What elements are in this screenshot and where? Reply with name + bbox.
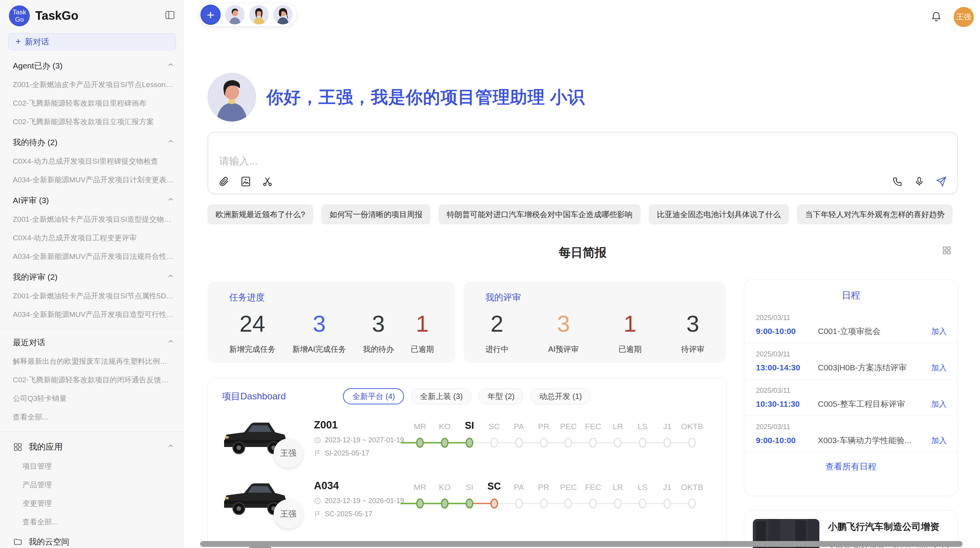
chevron-up-icon[interactable] [167,338,175,348]
suggestion-chip[interactable]: 欧洲新规最近颁布了什么? [207,204,313,224]
project-date-range: 2023-12-19 ~ 2026-01-19 [325,497,404,505]
list-item[interactable]: A034-全新新能源MUV产品开发项目造型可行性评审 [0,310,183,320]
scissors-icon[interactable] [262,176,273,187]
task-progress-card: 任务进度 24 新增完成任务 3 新增AI完成任务 3 我的待办 [207,281,456,363]
list-item[interactable]: C0X4-动力总成开发项目SI里程碑提交物检查 [0,156,183,166]
tab-new-body[interactable]: 全新上装 (3) [411,388,471,404]
app-window: Task Go TaskGo + 新对话 Agent已办 (3) Z001-全新… [0,0,980,548]
stat-label: 已逾期 [411,344,434,354]
milestone-label: FEC [581,483,605,492]
chevron-up-icon[interactable] [167,442,175,452]
suggestion-chips: 欧洲新规最近颁布了什么? 如何写一份清晰的项目周报 特朗普可能对进口汽车增税会对… [207,204,958,224]
schedule-time: 13:00-14:30 [756,363,818,372]
join-link[interactable]: 加入 [931,326,947,337]
join-link[interactable]: 加入 [931,435,947,446]
view-all-schedule-link[interactable]: 查看所有日程 [744,461,958,473]
milestone-label: OKTB [680,483,704,492]
list-item[interactable]: C02-飞腾新能源轻客改款项目立项汇报方案 [0,117,183,127]
stat: 3 我的待办 [363,310,394,354]
list-item[interactable]: C02-飞腾新能源轻客改款项目的闭环通告反馈情况 [0,375,183,385]
stat: 1 已逾期 [411,310,434,354]
chevron-up-icon[interactable] [167,61,175,71]
stat-value: 3 [681,310,704,337]
section-agent-done[interactable]: Agent已办 (3) [0,60,183,71]
attachment-icon[interactable] [218,176,230,187]
tab-model-year[interactable]: 年型 (2) [478,388,523,404]
schedule-item: 2025/03/11 10:30-11:30 C005-整车工程目标评审 加入 [744,380,958,416]
schedule-item: 2025/03/11 13:00-14:30 C003|H0B-方案冻结评审 加… [744,343,958,380]
layout-grid-icon[interactable] [942,245,952,257]
view-all-link[interactable]: 查看全部... [0,517,183,527]
sidebar-item-project-mgmt[interactable]: 项目管理 [0,461,183,471]
dashboard-tabs: 全新平台 (4) 全新上装 (3) 年型 (2) 动总开发 (1) [343,388,591,404]
project-info: Z001 2023-12-19 ~ 2027-01-19 SI-2025-05-… [314,418,408,457]
new-chat-button[interactable]: + 新对话 [8,33,176,50]
sidebar-item-cloud-space[interactable]: 我的云空间 [0,536,183,547]
sidebar-item-my-apps[interactable]: 我的应用 [0,441,183,453]
member-avatar[interactable] [273,5,293,24]
milestone-label: SC [482,422,507,431]
milestone-label: FEC [581,422,605,431]
project-row[interactable]: 王强 Z001 2023-12-19 ~ 2027-01-19 SI-2025-… [208,418,726,478]
project-row[interactable]: 王强 A034 2023-12-19 ~ 2026-01-19 SC-2025-… [208,478,726,539]
list-item[interactable]: Z001-全新燃油轻卡产品开发项目SI造型提交物评审 [0,214,183,224]
logo-text-top: Task [13,9,26,16]
suggestion-chip[interactable]: 如何写一份清晰的项目周报 [321,204,430,224]
list-item[interactable]: 公司Q3轻卡销量 [0,394,183,404]
list-item[interactable]: A034-全新新能源MUV产品开发项目法规符合性评审 [0,252,183,262]
milestone-label: LR [605,483,630,492]
sidebar-item-change-mgmt[interactable]: 变更管理 [0,498,183,509]
list-item[interactable]: 解释最新出台的欧盟报废车法规再生塑料比例被调至15%... [0,356,183,366]
milestone-dot [663,438,671,448]
horizontal-scrollbar[interactable] [200,541,963,547]
milestone-dot [589,498,597,509]
send-icon[interactable] [935,176,947,187]
chevron-up-icon[interactable] [167,196,175,206]
section-my-todo[interactable]: 我的待办 (2) [0,137,183,148]
daily-brief-title: 每日简报 [559,246,607,259]
member-avatar[interactable] [225,5,245,24]
notification-bell-icon[interactable] [930,10,942,24]
list-item[interactable]: C0X4-动力总成开发项目工程变更评审 [0,233,183,243]
milestone-dot [589,438,597,448]
milestone-label: J1 [655,483,680,492]
stats-row: 任务进度 24 新增完成任务 3 新增AI完成任务 3 我的待办 [207,281,726,363]
tab-new-platform[interactable]: 全新平台 (4) [343,388,404,404]
suggestion-chip[interactable]: 当下年轻人对汽车外观有怎样的喜好趋势 [797,204,953,224]
clock-icon [314,437,321,444]
member-avatar[interactable] [249,5,269,24]
chevron-up-icon[interactable] [167,138,175,147]
project-code: Z001 [314,419,408,431]
schedule-date: 2025/03/11 [756,423,947,431]
stat: 24 新增完成任务 [229,310,276,354]
suggestion-chip[interactable]: 特朗普可能对进口汽车增税会对中国车企造成哪些影响 [439,204,641,224]
user-avatar[interactable]: 王强 [954,7,974,27]
section-my-review[interactable]: 我的评审 (2) [0,272,183,283]
image-upload-icon[interactable] [240,176,252,187]
phone-icon[interactable] [892,176,903,187]
sidebar-item-product-mgmt[interactable]: 产品管理 [0,480,183,490]
suggestion-chip[interactable]: 比亚迪全固态电池计划具体说了什么 [649,204,789,224]
tab-powertrain[interactable]: 动总开发 (1) [530,388,591,404]
list-item[interactable]: C02-飞腾新能源轻客改款项目里程碑画布 [0,98,183,108]
join-link[interactable]: 加入 [931,399,947,409]
milestone-label: LS [630,422,655,431]
list-item[interactable]: Z001-全新燃油皮卡产品开发项目SI节点Lesson Learn报告 [0,80,183,90]
section-recent-chats[interactable]: 最近对话 [0,337,183,348]
project-owner-badge: 王强 [274,499,303,529]
chevron-up-icon[interactable] [167,272,175,282]
chat-input[interactable] [219,155,800,167]
add-member-button[interactable]: + [200,5,221,25]
list-item[interactable]: Z001-全新燃油轻卡产品开发项目SI节点属性5D文件评审 [0,291,183,301]
schedule-event-title: C005-整车工程目标评审 [818,399,931,409]
list-item[interactable]: A034-全新新能源MUV产品开发项目计划变更表编写 [0,175,183,185]
milestone-dot [515,438,523,448]
microphone-icon[interactable] [914,176,925,187]
join-link[interactable]: 加入 [931,363,947,373]
sidebar-collapse-icon[interactable] [164,10,175,22]
schedule-time: 9:00-10:00 [756,327,818,336]
view-all-link[interactable]: 查看全部... [0,412,183,422]
logo-text-bottom: Go [15,16,24,23]
section-title: AI评审 (3) [13,195,49,206]
section-ai-review[interactable]: AI评审 (3) [0,195,183,206]
